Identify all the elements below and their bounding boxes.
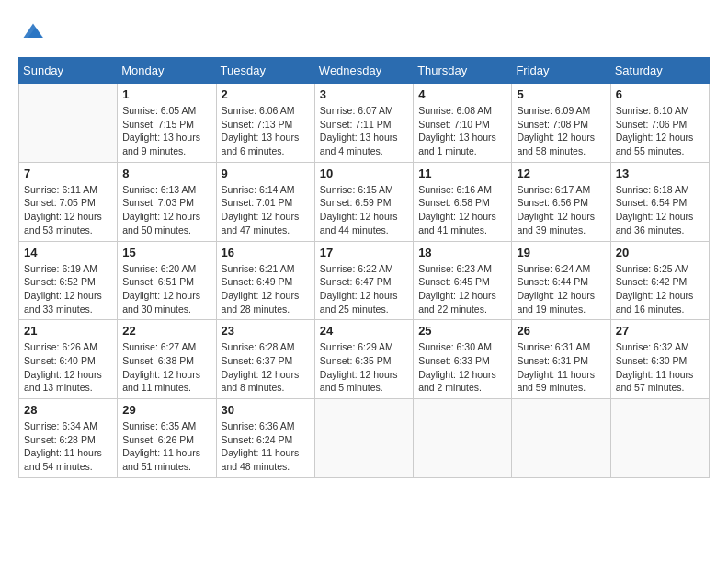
page-header [18,18,710,48]
calendar-cell: 7Sunrise: 6:11 AMSunset: 7:05 PMDaylight… [19,162,118,241]
day-number: 2 [222,87,310,101]
day-number: 28 [24,403,112,417]
cell-info: Sunrise: 6:21 AMSunset: 6:49 PMDaylight:… [222,262,310,316]
day-number: 30 [222,403,310,417]
calendar-week-row: 21Sunrise: 6:26 AMSunset: 6:40 PMDayligh… [19,320,710,399]
cell-info: Sunrise: 6:18 AMSunset: 6:54 PMDaylight:… [616,183,704,237]
day-number: 15 [122,246,210,259]
calendar-cell: 24Sunrise: 6:29 AMSunset: 6:35 PMDayligh… [314,320,413,399]
cell-info: Sunrise: 6:13 AMSunset: 7:03 PMDaylight:… [122,183,210,237]
calendar-cell: 18Sunrise: 6:23 AMSunset: 6:45 PMDayligh… [414,241,512,320]
day-number: 7 [24,167,112,180]
day-number: 11 [418,167,506,180]
day-number: 1 [122,87,210,101]
cell-info: Sunrise: 6:36 AMSunset: 6:24 PMDaylight:… [222,419,310,474]
cell-info: Sunrise: 6:28 AMSunset: 6:37 PMDaylight:… [222,340,310,395]
cell-info: Sunrise: 6:08 AMSunset: 7:10 PMDaylight:… [418,104,506,158]
calendar-cell [19,84,118,163]
calendar-header-row: SundayMondayTuesdayWednesdayThursdayFrid… [19,58,710,84]
calendar-cell: 25Sunrise: 6:30 AMSunset: 6:33 PMDayligh… [414,320,512,399]
cell-info: Sunrise: 6:24 AMSunset: 6:44 PMDaylight:… [517,262,605,316]
cell-info: Sunrise: 6:26 AMSunset: 6:40 PMDaylight:… [24,340,112,395]
calendar-cell [610,399,709,478]
calendar-cell [512,399,610,478]
logo [18,18,46,48]
cell-info: Sunrise: 6:19 AMSunset: 6:52 PMDaylight:… [24,262,112,316]
cell-info: Sunrise: 6:17 AMSunset: 6:56 PMDaylight:… [517,183,605,237]
cell-info: Sunrise: 6:07 AMSunset: 7:11 PMDaylight:… [320,104,408,158]
cell-info: Sunrise: 6:16 AMSunset: 6:58 PMDaylight:… [418,183,506,237]
cell-info: Sunrise: 6:29 AMSunset: 6:35 PMDaylight:… [320,340,408,395]
cell-info: Sunrise: 6:23 AMSunset: 6:45 PMDaylight:… [418,262,506,316]
day-header-sunday: Sunday [19,58,118,84]
cell-info: Sunrise: 6:05 AMSunset: 7:15 PMDaylight:… [122,104,210,158]
cell-info: Sunrise: 6:09 AMSunset: 7:08 PMDaylight:… [517,104,605,158]
cell-info: Sunrise: 6:34 AMSunset: 6:28 PMDaylight:… [24,419,112,474]
calendar-cell: 4Sunrise: 6:08 AMSunset: 7:10 PMDaylight… [414,84,512,163]
calendar-cell: 1Sunrise: 6:05 AMSunset: 7:15 PMDaylight… [118,84,216,163]
day-number: 8 [122,167,210,180]
day-number: 5 [517,87,605,101]
day-number: 13 [616,167,704,180]
day-header-monday: Monday [118,58,216,84]
calendar-cell: 19Sunrise: 6:24 AMSunset: 6:44 PMDayligh… [512,241,610,320]
cell-info: Sunrise: 6:27 AMSunset: 6:38 PMDaylight:… [122,340,210,395]
cell-info: Sunrise: 6:35 AMSunset: 6:26 PMDaylight:… [122,419,210,474]
calendar-cell: 10Sunrise: 6:15 AMSunset: 6:59 PMDayligh… [314,162,413,241]
cell-info: Sunrise: 6:10 AMSunset: 7:06 PMDaylight:… [616,104,704,158]
day-number: 19 [517,246,605,259]
day-number: 9 [222,167,310,180]
calendar-cell: 23Sunrise: 6:28 AMSunset: 6:37 PMDayligh… [216,320,314,399]
day-number: 23 [222,324,310,338]
calendar-cell: 5Sunrise: 6:09 AMSunset: 7:08 PMDaylight… [512,84,610,163]
day-number: 17 [320,246,408,259]
calendar-cell [314,399,413,478]
day-number: 25 [418,324,506,338]
day-number: 22 [122,324,210,338]
calendar-cell: 13Sunrise: 6:18 AMSunset: 6:54 PMDayligh… [610,162,709,241]
cell-info: Sunrise: 6:15 AMSunset: 6:59 PMDaylight:… [320,183,408,237]
calendar-cell: 3Sunrise: 6:07 AMSunset: 7:11 PMDaylight… [314,84,413,163]
day-number: 29 [122,403,210,417]
calendar-cell: 11Sunrise: 6:16 AMSunset: 6:58 PMDayligh… [414,162,512,241]
day-header-saturday: Saturday [610,58,709,84]
day-number: 6 [616,87,704,101]
calendar-cell: 12Sunrise: 6:17 AMSunset: 6:56 PMDayligh… [512,162,610,241]
calendar-cell: 17Sunrise: 6:22 AMSunset: 6:47 PMDayligh… [314,241,413,320]
calendar-cell: 2Sunrise: 6:06 AMSunset: 7:13 PMDaylight… [216,84,314,163]
calendar-cell: 22Sunrise: 6:27 AMSunset: 6:38 PMDayligh… [118,320,216,399]
cell-info: Sunrise: 6:20 AMSunset: 6:51 PMDaylight:… [122,262,210,316]
cell-info: Sunrise: 6:32 AMSunset: 6:30 PMDaylight:… [616,340,704,395]
cell-info: Sunrise: 6:22 AMSunset: 6:47 PMDaylight:… [320,262,408,316]
calendar-cell: 8Sunrise: 6:13 AMSunset: 7:03 PMDaylight… [118,162,216,241]
cell-info: Sunrise: 6:31 AMSunset: 6:31 PMDaylight:… [517,340,605,395]
day-number: 24 [320,324,408,338]
day-header-wednesday: Wednesday [314,58,413,84]
day-number: 16 [222,246,310,259]
calendar-cell: 21Sunrise: 6:26 AMSunset: 6:40 PMDayligh… [19,320,118,399]
calendar-cell: 20Sunrise: 6:25 AMSunset: 6:42 PMDayligh… [610,241,709,320]
day-header-tuesday: Tuesday [216,58,314,84]
day-number: 14 [24,246,112,259]
calendar-cell: 27Sunrise: 6:32 AMSunset: 6:30 PMDayligh… [610,320,709,399]
day-header-friday: Friday [512,58,610,84]
day-number: 3 [320,87,408,101]
day-number: 27 [616,324,704,338]
logo-icon [20,18,46,44]
calendar-cell: 9Sunrise: 6:14 AMSunset: 7:01 PMDaylight… [216,162,314,241]
day-number: 26 [517,324,605,338]
cell-info: Sunrise: 6:30 AMSunset: 6:33 PMDaylight:… [418,340,506,395]
cell-info: Sunrise: 6:25 AMSunset: 6:42 PMDaylight:… [616,262,704,316]
calendar-cell: 16Sunrise: 6:21 AMSunset: 6:49 PMDayligh… [216,241,314,320]
day-number: 10 [320,167,408,180]
calendar-week-row: 14Sunrise: 6:19 AMSunset: 6:52 PMDayligh… [19,241,710,320]
day-number: 18 [418,246,506,259]
cell-info: Sunrise: 6:11 AMSunset: 7:05 PMDaylight:… [24,183,112,237]
day-number: 20 [616,246,704,259]
calendar-cell: 29Sunrise: 6:35 AMSunset: 6:26 PMDayligh… [118,399,216,478]
day-number: 21 [24,324,112,338]
calendar-week-row: 1Sunrise: 6:05 AMSunset: 7:15 PMDaylight… [19,84,710,163]
calendar-table: SundayMondayTuesdayWednesdayThursdayFrid… [18,57,710,478]
day-number: 4 [418,87,506,101]
calendar-cell: 6Sunrise: 6:10 AMSunset: 7:06 PMDaylight… [610,84,709,163]
